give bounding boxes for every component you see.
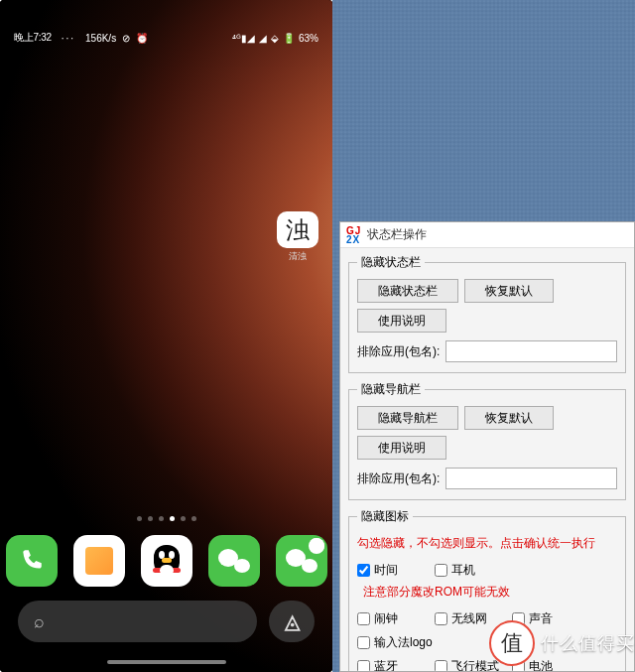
exclude-label-2: 排除应用(包名):	[357, 470, 440, 487]
check-time[interactable]: 时间	[357, 558, 435, 582]
legend-hide-statusbar: 隐藏状态栏	[357, 254, 425, 271]
phone-icon	[19, 548, 45, 574]
phone-screenshot: 晚上7:32 ··· 156K/s ⊘ ⏰ ⁴ᴳ▮◢ ◢ ⬙ 🔋 63% 浊 清…	[0, 0, 332, 672]
group-hide-statusbar: 隐藏状态栏 隐藏状态栏 恢复默认 使用说明 排除应用(包名):	[348, 254, 626, 373]
watermark-badge: 值	[489, 620, 535, 666]
floating-app-label: 清浊	[289, 250, 307, 263]
battery-icon: 🔋	[283, 33, 295, 44]
wifi-icon: ⬙	[271, 33, 279, 44]
dock	[0, 535, 332, 587]
warn-red: 注意部分魔改ROM可能无效	[363, 584, 510, 601]
wechat-icon	[286, 547, 318, 575]
signal-icon: ⁴ᴳ▮◢	[232, 33, 255, 44]
group-hide-navbar: 隐藏导航栏 隐藏导航栏 恢复默认 使用说明 排除应用(包名):	[348, 381, 626, 500]
dialog-title-bar[interactable]: GJ2X 状态栏操作	[340, 222, 634, 248]
status-dots: ···	[58, 33, 79, 44]
dock-app-notes[interactable]	[73, 535, 125, 587]
exclude-input-1[interactable]	[445, 340, 617, 362]
check-alarm[interactable]: 闹钟	[357, 606, 435, 630]
statusbar-dialog: GJ2X 状态栏操作 隐藏状态栏 隐藏状态栏 恢复默认 使用说明 排除应用(包名…	[339, 221, 635, 672]
status-time: 晚上7:32	[14, 31, 52, 45]
legend-hide-icons: 隐藏图标	[357, 508, 413, 525]
restore-navbar-button[interactable]: 恢复默认	[464, 406, 554, 430]
dock-app-qq[interactable]	[141, 535, 192, 587]
assistant-button[interactable]: ◬	[269, 601, 315, 642]
floating-app-glyph: 浊	[277, 211, 318, 248]
watermark: 值 什么值得买	[489, 620, 635, 666]
signal2-icon: ◢	[259, 33, 267, 44]
check-headset[interactable]: 耳机	[435, 558, 512, 582]
dock-app-wechat-dual[interactable]	[276, 535, 327, 587]
page-indicator	[0, 516, 332, 521]
dnd-icon: ⊘	[122, 33, 130, 44]
alarm-icon: ⏰	[136, 33, 148, 44]
app-logo: GJ2X	[346, 226, 361, 244]
bottom-bar: ⌕ ◬	[18, 601, 315, 642]
check-bt[interactable]: 蓝牙	[357, 654, 435, 672]
qq-icon	[153, 545, 181, 577]
help-navbar-button[interactable]: 使用说明	[357, 436, 446, 460]
search-button[interactable]: ⌕	[18, 601, 257, 642]
status-battery: 63%	[299, 33, 318, 44]
legend-hide-navbar: 隐藏导航栏	[357, 381, 425, 398]
check-ime[interactable]: 输入法logo	[357, 630, 466, 654]
dock-app-phone[interactable]	[6, 535, 58, 587]
desktop-background: GJ2X 状态栏操作 隐藏状态栏 隐藏状态栏 恢复默认 使用说明 排除应用(包名…	[332, 0, 635, 672]
gesture-bar[interactable]	[107, 660, 226, 664]
exclude-label-1: 排除应用(包名):	[357, 343, 440, 360]
watermark-text: 什么值得买	[541, 631, 635, 655]
floating-app-icon[interactable]: 浊 清浊	[277, 211, 318, 263]
search-icon: ⌕	[34, 611, 45, 632]
wechat-icon	[218, 547, 250, 575]
status-bar: 晚上7:32 ··· 156K/s ⊘ ⏰ ⁴ᴳ▮◢ ◢ ⬙ 🔋 63%	[0, 28, 332, 48]
dock-app-wechat[interactable]	[208, 535, 260, 587]
hide-statusbar-button[interactable]: 隐藏状态栏	[357, 279, 458, 303]
assistant-icon: ◬	[285, 609, 300, 633]
restore-statusbar-button[interactable]: 恢复默认	[464, 279, 554, 303]
help-statusbar-button[interactable]: 使用说明	[357, 309, 446, 333]
notes-icon	[85, 547, 113, 575]
exclude-input-2[interactable]	[445, 468, 617, 489]
status-speed: 156K/s	[85, 33, 116, 44]
hide-navbar-button[interactable]: 隐藏导航栏	[357, 406, 458, 430]
dialog-title: 状态栏操作	[367, 226, 427, 243]
hint-red: 勾选隐藏，不勾选则显示。点击确认统一执行	[357, 535, 617, 552]
